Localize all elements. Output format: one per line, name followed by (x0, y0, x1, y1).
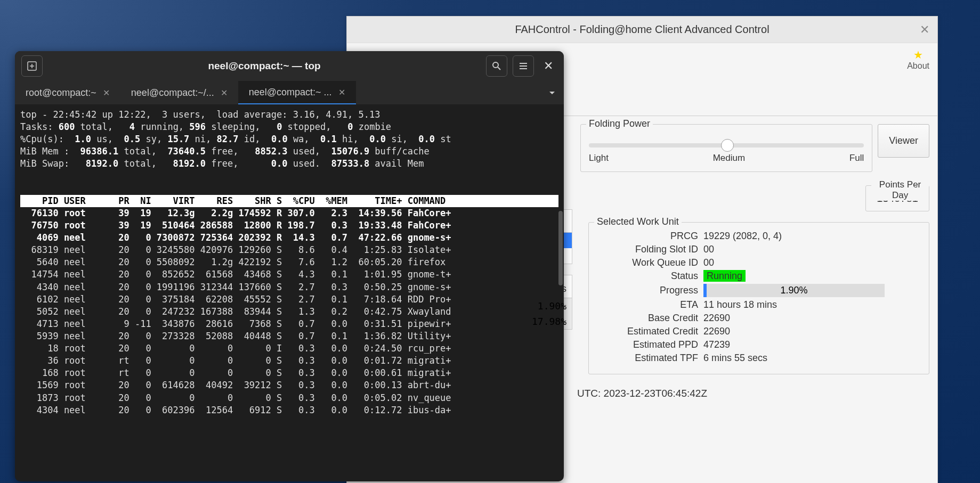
about-button[interactable]: ★ About (907, 48, 929, 71)
slider-thumb[interactable] (721, 139, 734, 152)
wu-progress-bar: 1.90% (703, 284, 885, 297)
terminal-tab-0[interactable]: root@compact:~✕ (15, 81, 120, 104)
top-summary-line: MiB Mem : 96386.1 total, 73640.5 free, 8… (20, 145, 558, 158)
process-row: 4340 neel 20 0 1991196 312344 137660 S 2… (20, 281, 558, 293)
process-row: 36 root rt 0 0 0 0 S 0.3 0.0 0:01.72 mig… (20, 355, 558, 367)
process-row: 5640 neel 20 0 5508092 1.2g 422192 S 7.6… (20, 256, 558, 268)
process-row: 18 root 20 0 0 0 0 I 0.3 0.0 0:24.50 rcu… (20, 342, 558, 355)
tab-close-icon[interactable]: ✕ (103, 88, 110, 98)
top-summary-line: top - 22:45:42 up 12:22, 3 users, load a… (20, 109, 558, 121)
process-row: 14754 neel 20 0 852652 61568 43468 S 4.3… (20, 268, 558, 281)
terminal-tab-2[interactable]: neel@compact:~ ...✕ (238, 81, 356, 104)
chevron-down-icon (548, 89, 556, 96)
star-icon: ★ (907, 48, 929, 61)
hamburger-icon (519, 61, 528, 71)
process-row: 4069 neel 20 0 7300872 725364 202392 R 1… (20, 232, 558, 244)
terminal-tab-1[interactable]: neel@compact:~/...✕ (120, 81, 238, 104)
wu-est-tpf: 6 mins 55 secs (703, 353, 767, 364)
wu-est-ppd: 47239 (703, 339, 730, 350)
plus-box-icon (27, 61, 37, 71)
svg-point-1 (493, 62, 498, 68)
process-row: 68319 neel 20 0 3245580 420976 129260 S … (20, 244, 558, 256)
terminal-close-icon[interactable]: ✕ (539, 55, 557, 77)
close-icon[interactable]: ✕ (920, 23, 929, 37)
wu-est-credit: 22690 (703, 326, 730, 337)
tab-dropdown-button[interactable] (540, 81, 564, 104)
process-row: 168 root rt 0 0 0 0 S 0.3 0.0 0:00.61 mi… (20, 367, 558, 379)
folding-power-box: Folding Power Light Medium Full (580, 124, 872, 172)
tab-close-icon[interactable]: ✕ (338, 87, 345, 97)
wu-queue-id: 00 (703, 257, 714, 268)
new-tab-button[interactable] (21, 55, 43, 77)
terminal-titlebar: neel@compact:~ — top ✕ (15, 51, 564, 81)
terminal-window: neel@compact:~ — top ✕ root@compact:~✕ne… (15, 51, 564, 481)
wu-eta: 11 hours 18 mins (703, 299, 777, 310)
top-summary-line: Tasks: 600 total, 4 running, 596 sleepin… (20, 121, 558, 133)
fah-titlebar: FAHControl - Folding@home Client Advance… (347, 17, 937, 43)
wu-slot-id: 00 (703, 244, 714, 255)
process-row: 5939 neel 20 0 273328 52088 40448 S 0.7 … (20, 330, 558, 342)
terminal-body[interactable]: top - 22:45:42 up 12:22, 3 users, load a… (15, 104, 564, 421)
process-row: 4304 neel 20 0 602396 12564 6912 S 0.3 0… (20, 404, 558, 416)
viewer-button[interactable]: Viewer (878, 124, 929, 158)
folding-power-slider[interactable] (589, 143, 864, 148)
menu-button[interactable] (513, 55, 534, 77)
wu-status: Running (703, 270, 746, 282)
search-button[interactable] (486, 55, 507, 77)
process-row: 5052 neel 20 0 247232 167388 83944 S 1.3… (20, 306, 558, 318)
search-icon (492, 61, 501, 71)
terminal-title: neel@compact:~ — top (48, 60, 481, 72)
process-row: 1873 root 20 0 0 0 0 S 0.3 0.0 0:05.02 n… (20, 392, 558, 404)
scrollbar-thumb[interactable] (558, 211, 563, 285)
process-row: 76130 root 39 19 12.3g 2.2g 174592 R 307… (20, 207, 558, 219)
tab-close-icon[interactable]: ✕ (221, 88, 228, 98)
process-row: 76750 root 39 19 510464 286588 12800 R 1… (20, 219, 558, 232)
top-header-row: PID USER PR NI VIRT RES SHR S %CPU %MEM … (20, 195, 558, 207)
work-unit-box: Selected Work Unit PRCG19229 (2082, 0, 4… (588, 222, 929, 374)
process-row: 6102 neel 20 0 375184 62208 45552 S 2.7 … (20, 293, 558, 306)
ppd-box: Points Per Day 1349781 (865, 185, 929, 211)
wu-prcg: 19229 (2082, 0, 4) (703, 231, 782, 242)
top-summary-line: MiB Swap: 8192.0 total, 8192.0 free, 0.0… (20, 158, 558, 170)
terminal-tabs: root@compact:~✕neel@compact:~/...✕neel@c… (15, 81, 564, 104)
wu-base-credit: 22690 (703, 313, 730, 324)
fah-center-panel: Folding Power Light Medium Full Viewer P… (580, 124, 929, 374)
process-row: 1569 root 20 0 614628 40492 39212 S 0.3 … (20, 379, 558, 391)
process-row: 4713 neel 9 -11 343876 28616 7368 S 0.7 … (20, 318, 558, 330)
fah-window-title: FAHControl - Folding@home Client Advance… (515, 23, 769, 36)
top-summary-line: %Cpu(s): 1.0 us, 0.5 sy, 15.7 ni, 82.7 i… (20, 133, 558, 145)
